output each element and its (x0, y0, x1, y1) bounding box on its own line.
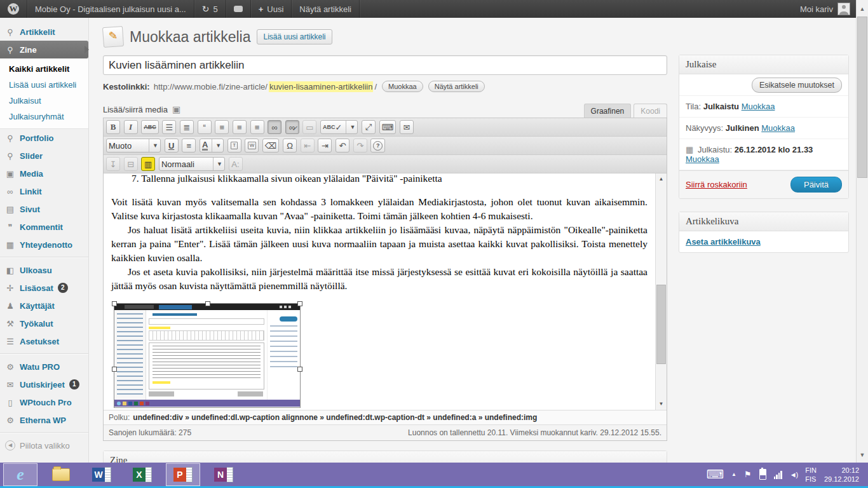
text-color-button[interactable]: A▼ (200, 139, 224, 152)
selection-handle[interactable] (297, 301, 302, 306)
numbered-list-button[interactable]: ≣ (180, 120, 194, 134)
mail-button[interactable]: ✉ (400, 120, 414, 134)
sidebar-item-lisaosat[interactable]: ✢Lisäosat2 (0, 279, 88, 297)
scroll-up-arrow-icon[interactable]: ▲ (857, 4, 868, 14)
browser-scrollbar[interactable]: ▲ ▼ (856, 0, 868, 463)
add-new-article-button[interactable]: Lisää uusi artikkeli (257, 29, 332, 44)
sidebar-item-sivut[interactable]: ▤Sivut (0, 200, 88, 218)
view-article-button[interactable]: Näytä artikkeli (428, 81, 485, 92)
taskbar-ie-button[interactable]: e (3, 463, 37, 486)
move-to-trash-link[interactable]: Siirrä roskakoriin (686, 180, 747, 189)
undo-button[interactable]: ↶ (336, 139, 349, 152)
sidebar-item-zine[interactable]: ⚲Zine (0, 41, 88, 58)
scroll-down-arrow-icon[interactable]: ▼ (857, 450, 868, 460)
sidebar-item-watu-pro[interactable]: ⚙Watu PRO (0, 358, 88, 376)
layout-button[interactable]: ⊟ (124, 157, 138, 171)
selection-handle[interactable] (112, 367, 117, 372)
sidebar-item-uutiskirjeet[interactable]: ✉Uutiskirjeet1 (0, 376, 88, 393)
more-tag-button[interactable]: ▭ (302, 120, 316, 134)
zine-metabox-header[interactable]: Zine (104, 451, 667, 463)
bold-button[interactable]: B (106, 120, 120, 134)
submenu-item-lisaa-uusi-artikkeli[interactable]: Lisää uusi artikkeli (0, 77, 88, 93)
italic-button[interactable]: I (124, 120, 138, 134)
editor-content[interactable]: 7. Tallenna julkaisusi klikkaamalla sivu… (104, 173, 667, 410)
kitchen-sink-button[interactable]: ⌨ (379, 120, 397, 134)
scroll-up-arrow-icon[interactable]: ▲ (656, 175, 667, 184)
selection-handle[interactable] (112, 301, 117, 306)
language-indicator[interactable]: FIN FIS (805, 466, 817, 484)
redo-button[interactable]: ↷ (353, 139, 367, 152)
post-title-input[interactable] (103, 55, 667, 75)
style-select[interactable]: Normaali▼ (159, 157, 225, 171)
format-select[interactable]: Muoto▼ (106, 139, 161, 152)
set-featured-image-link[interactable]: Aseta artikkelikuva (686, 237, 761, 247)
user-account-menu[interactable]: Moi kariv (794, 0, 857, 18)
toc-book-button[interactable]: ▥ (141, 157, 155, 171)
permalink-slug[interactable]: kuvien-lisaaminen-artikkeliin (269, 81, 374, 92)
selection-handle[interactable] (297, 367, 302, 372)
submenu-item-julkaisuryhmat[interactable]: Julkaisuryhmät (0, 109, 88, 125)
update-button[interactable]: Päivitä (790, 177, 842, 193)
embedded-screenshot-image[interactable] (114, 303, 301, 408)
edit-date-link[interactable]: Muokkaa (686, 154, 719, 164)
remove-formatting-button[interactable]: ⌫ (262, 139, 279, 152)
selection-handle[interactable] (205, 301, 210, 306)
volume-icon[interactable]: ◄) (790, 471, 798, 478)
justify-button[interactable]: ≡ (182, 139, 196, 152)
comments-button[interactable] (226, 0, 251, 18)
edit-visibility-link[interactable]: Muokkaa (761, 123, 795, 133)
align-center-button[interactable]: ≡ (233, 120, 247, 134)
spellcheck-button[interactable]: ABC✓▼ (320, 120, 358, 134)
taskbar-explorer-button[interactable] (44, 463, 78, 486)
bullet-list-button[interactable]: ☰ (162, 120, 176, 134)
action-center-flag-icon[interactable]: ⚑ (744, 470, 752, 479)
view-article-link[interactable]: Näytä artikkeli (292, 0, 360, 18)
indent-button[interactable]: ⇥ (318, 139, 332, 152)
scrollbar-thumb[interactable] (857, 17, 867, 178)
align-right-button[interactable]: ≡ (250, 120, 264, 134)
updates-button[interactable]: ↻ 5 (194, 0, 226, 18)
edit-status-link[interactable]: Muokkaa (742, 102, 775, 111)
sidebar-item-asetukset[interactable]: ☰Asetukset (0, 332, 88, 350)
sidebar-item-etherna-wp[interactable]: ⚙Etherna WP (0, 411, 88, 429)
remove-link-button[interactable]: ∞̷ (285, 120, 299, 134)
sidebar-item-portfolio[interactable]: ⚲Portfolio (0, 129, 88, 147)
taskbar-word-button[interactable]: W (85, 463, 119, 486)
taskbar-onenote-button[interactable]: N (207, 463, 241, 486)
special-character-button[interactable]: Ω (283, 139, 297, 152)
scroll-down-arrow-icon[interactable]: ▼ (656, 400, 667, 409)
sidebar-item-ulkoasu[interactable]: ◧Ulkoasu (0, 261, 88, 279)
sidebar-item-artikkelit[interactable]: ⚲Artikkelit (0, 23, 88, 41)
battery-icon[interactable] (759, 469, 766, 480)
preview-changes-button[interactable]: Esikatsele muutokset (752, 78, 842, 93)
clock[interactable]: 20:12 29.12.2012 (824, 466, 859, 484)
tab-visual[interactable]: Graafinen (584, 104, 632, 118)
taskbar-powerpoint-button[interactable]: P (166, 463, 200, 486)
sidebar-item-wptouch-pro[interactable]: ▯WPtouch Pro (0, 393, 88, 411)
featured-image-header[interactable]: Artikkelikuva (679, 212, 848, 231)
scrollbar-thumb[interactable] (656, 285, 666, 364)
add-media-icon[interactable]: ▣ (172, 104, 180, 114)
sidebar-item-kayttajat[interactable]: ♟Käyttäjät (0, 297, 88, 315)
submenu-item-julkaisut[interactable]: Julkaisut (0, 93, 88, 109)
collapse-menu-button[interactable]: ◀Piilota valikko (0, 437, 88, 454)
help-button[interactable]: ? (370, 139, 385, 152)
style-attributes-button[interactable]: A: (229, 157, 243, 171)
tab-html[interactable]: Koodi (634, 104, 667, 118)
align-left-button[interactable]: ≡ (215, 120, 229, 134)
touch-keyboard-icon[interactable]: ⌨ (707, 469, 724, 480)
edit-permalink-button[interactable]: Muokkaa (382, 81, 423, 92)
strikethrough-button[interactable]: ABC (141, 120, 159, 134)
submenu-item-kaikki-artikkelit[interactable]: Kaikki artikkelit (0, 61, 88, 77)
sidebar-item-media[interactable]: ▣Media (0, 165, 88, 182)
outdent-button[interactable]: ⇤ (301, 139, 315, 152)
sidebar-item-kommentit[interactable]: ❞Kommentit (0, 218, 88, 236)
show-hidden-icons-icon[interactable]: ▲ (731, 471, 736, 477)
paste-from-word-button[interactable]: W (245, 139, 259, 152)
underline-button[interactable]: U (165, 139, 179, 152)
fullscreen-button[interactable]: ⤢ (362, 120, 376, 134)
network-signal-icon[interactable] (774, 470, 782, 479)
taskbar-excel-button[interactable]: X (125, 463, 159, 486)
paste-as-text-button[interactable]: T (227, 139, 241, 152)
new-content-button[interactable]: + Uusi (251, 0, 292, 18)
